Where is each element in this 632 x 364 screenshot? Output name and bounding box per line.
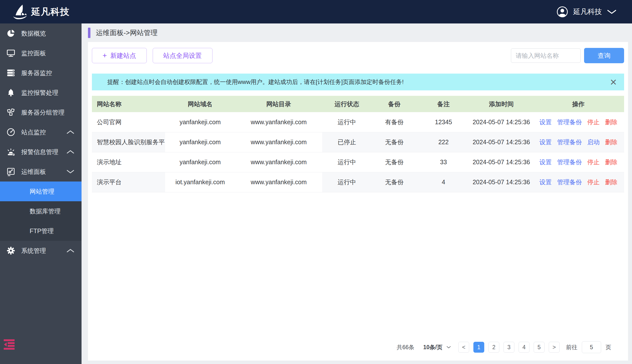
site-actions: 设置管理备份停止删除	[533, 112, 624, 132]
table-row: 演示地址 yanfankeji.com www.yanfankeji.com 运…	[92, 152, 624, 172]
manage-backup-link[interactable]: 管理备份	[557, 118, 582, 126]
prev-page-button[interactable]: <	[458, 342, 469, 353]
app-root: 延凡科技 延凡科技 数据概览	[0, 0, 632, 364]
jump-suffix: 页	[605, 344, 611, 351]
site-domain: yanfankeji.com	[165, 112, 235, 132]
sidebar-item-label: 站点监控	[21, 128, 60, 136]
sidebar-item-label: 服务器监控	[21, 69, 75, 77]
page-size-value: 10条/页	[423, 344, 442, 351]
site-name: 智慧校园人脸识别服务平台	[92, 132, 165, 152]
site-backup: 无备份	[372, 132, 417, 152]
sidebar-item-alarm-handling[interactable]: 监控报警处理	[0, 83, 82, 102]
site-backup: 无备份	[372, 172, 417, 192]
sidebar-item-alarm-info[interactable]: 报警信息管理	[0, 142, 82, 162]
col-added-time: 添加时间	[470, 96, 533, 112]
delete-link[interactable]: 删除	[605, 158, 617, 166]
manage-backup-link[interactable]: 管理备份	[557, 158, 582, 166]
sidebar-item-website-management[interactable]: 网站管理	[0, 182, 82, 201]
table-row: 智慧校园人脸识别服务平台 yanfankeji.com www.yanfanke…	[92, 132, 624, 152]
content-card: + 新建站点 站点全局设置 查询 提醒：创建站点时会自动创建权限配置，统一使用w…	[88, 42, 628, 360]
site-note: 12345	[417, 112, 470, 132]
site-status: 运行中	[322, 172, 372, 192]
close-icon[interactable]: ×	[610, 76, 617, 88]
page-button-1[interactable]: 1	[473, 342, 484, 353]
site-actions: 设置管理备份停止删除	[533, 152, 624, 172]
gear-icon	[7, 246, 15, 255]
brand-logo: 延凡科技	[12, 4, 70, 20]
sidebar-item-server-groups[interactable]: 服务器分组管理	[0, 102, 82, 122]
delete-link[interactable]: 删除	[605, 118, 617, 126]
cubes-icon	[7, 108, 15, 117]
site-name: 演示平台	[92, 172, 165, 192]
search-button[interactable]: 查询	[584, 48, 624, 63]
collapse-sidebar-icon[interactable]	[4, 339, 16, 350]
search-input[interactable]	[511, 48, 581, 63]
page-button-5[interactable]: 5	[534, 342, 544, 353]
breadcrumb-row: 运维面板->网站管理	[82, 24, 632, 42]
monitor-icon	[7, 49, 15, 58]
sidebar: 数据概览 监控面板 服务器监控 监控报警处理	[0, 24, 82, 364]
site-status: 运行中	[322, 112, 372, 132]
brand-name: 延凡科技	[31, 6, 70, 18]
site-actions: 设置管理备份停止删除	[533, 172, 624, 192]
manage-backup-link[interactable]: 管理备份	[557, 178, 582, 186]
chevron-down-icon	[607, 10, 617, 14]
page-button-4[interactable]: 4	[519, 342, 529, 353]
settings-link[interactable]: 设置	[539, 138, 552, 146]
sidebar-item-data-overview[interactable]: 数据概览	[0, 24, 82, 43]
table-row: 公司官网 yanfankeji.com www.yanfankeji.com 运…	[92, 112, 624, 132]
pie-chart-icon	[7, 29, 15, 38]
stop-link[interactable]: 停止	[587, 178, 600, 186]
sidebar-item-ops-panel[interactable]: 运维面板	[0, 162, 82, 182]
global-settings-button[interactable]: 站点全局设置	[153, 48, 213, 63]
page-button-2[interactable]: 2	[488, 342, 499, 353]
sidebar-item-label: 网站管理	[30, 188, 54, 196]
sidebar-item-server-monitor[interactable]: 服务器监控	[0, 63, 82, 83]
alarm-light-icon	[7, 148, 15, 156]
manage-backup-link[interactable]: 管理备份	[557, 138, 582, 146]
delete-link[interactable]: 删除	[605, 138, 617, 146]
sidebar-item-label: FTP管理	[30, 227, 54, 235]
col-domain: 网站域名	[165, 96, 235, 112]
settings-link[interactable]: 设置	[539, 118, 552, 126]
start-link[interactable]: 启动	[587, 138, 600, 146]
avatar-icon	[556, 6, 568, 18]
pagination: 共66条 10条/页 < 1 2 3 4 5 >	[92, 341, 624, 353]
settings-link[interactable]: 设置	[539, 158, 552, 166]
table-header-row: 网站名称 网站域名 网站目录 运行状态 备份 备注 添加时间 操作	[92, 96, 624, 112]
chevron-down-icon	[66, 170, 75, 174]
delete-link[interactable]: 删除	[605, 178, 617, 186]
page-size-select[interactable]: 10条/页	[423, 344, 451, 351]
col-note: 备注	[417, 96, 470, 112]
server-icon	[7, 68, 15, 77]
site-domain: yanfankeji.com	[165, 132, 235, 152]
sidebar-item-database-management[interactable]: 数据库管理	[0, 201, 82, 221]
new-site-button[interactable]: + 新建站点	[92, 48, 147, 63]
bell-icon	[7, 88, 15, 97]
sidebar-item-ftp-management[interactable]: FTP管理	[0, 221, 82, 241]
jump-page-input[interactable]	[582, 341, 601, 353]
table-row: 演示平台 iot.yanfankeji.com www.yanfankeji.c…	[92, 172, 624, 192]
site-added-time: 2024-05-07 14:25:36	[470, 152, 533, 172]
sidebar-item-monitor-panel[interactable]: 监控面板	[0, 43, 82, 63]
stop-link[interactable]: 停止	[587, 118, 600, 126]
chevron-up-icon	[66, 130, 75, 134]
settings-link[interactable]: 设置	[539, 178, 552, 186]
sail-logo-icon	[12, 4, 28, 20]
sidebar-item-system-management[interactable]: 系统管理	[0, 241, 82, 260]
sidebar-item-label: 数据概览	[21, 30, 75, 38]
user-menu[interactable]: 延凡科技	[556, 6, 617, 18]
site-added-time: 2024-05-07 14:25:36	[470, 112, 533, 132]
pagination-total: 共66条	[397, 344, 414, 351]
next-page-button[interactable]: >	[549, 342, 560, 353]
col-backup: 备份	[372, 96, 417, 112]
col-site-name: 网站名称	[92, 96, 165, 112]
site-directory: www.yanfankeji.com	[235, 152, 322, 172]
page-button-3[interactable]: 3	[503, 342, 514, 353]
stop-link[interactable]: 停止	[587, 158, 600, 166]
site-added-time: 2024-05-07 14:25:36	[470, 172, 533, 192]
sidebar-item-label: 数据库管理	[30, 207, 61, 215]
content-area: 运维面板->网站管理 + 新建站点 站点全局设置 查询	[82, 24, 632, 364]
sidebar-item-site-monitor[interactable]: 站点监控	[0, 122, 82, 142]
user-name: 延凡科技	[573, 7, 602, 17]
